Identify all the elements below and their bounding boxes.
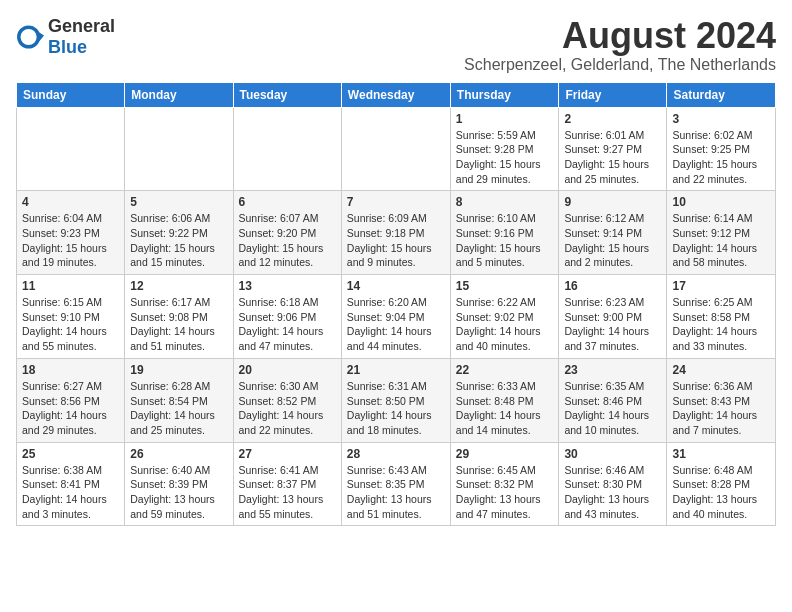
calendar-cell [233, 107, 341, 191]
day-number: 11 [22, 279, 119, 293]
day-info: Sunrise: 6:04 AMSunset: 9:23 PMDaylight:… [22, 211, 119, 270]
day-info: Sunrise: 6:40 AMSunset: 8:39 PMDaylight:… [130, 463, 227, 522]
day-info: Sunrise: 6:07 AMSunset: 9:20 PMDaylight:… [239, 211, 336, 270]
logo-icon [16, 23, 44, 51]
calendar-week-row: 4Sunrise: 6:04 AMSunset: 9:23 PMDaylight… [17, 191, 776, 275]
day-info: Sunrise: 6:02 AMSunset: 9:25 PMDaylight:… [672, 128, 770, 187]
day-number: 24 [672, 363, 770, 377]
day-number: 2 [564, 112, 661, 126]
day-info: Sunrise: 6:46 AMSunset: 8:30 PMDaylight:… [564, 463, 661, 522]
calendar-cell: 6Sunrise: 6:07 AMSunset: 9:20 PMDaylight… [233, 191, 341, 275]
calendar-day-header: Tuesday [233, 82, 341, 107]
calendar-day-header: Saturday [667, 82, 776, 107]
calendar-week-row: 11Sunrise: 6:15 AMSunset: 9:10 PMDayligh… [17, 275, 776, 359]
logo-blue: Blue [48, 37, 87, 57]
day-info: Sunrise: 6:45 AMSunset: 8:32 PMDaylight:… [456, 463, 554, 522]
day-number: 23 [564, 363, 661, 377]
day-number: 7 [347, 195, 445, 209]
calendar-cell [341, 107, 450, 191]
day-number: 26 [130, 447, 227, 461]
day-number: 16 [564, 279, 661, 293]
day-info: Sunrise: 5:59 AMSunset: 9:28 PMDaylight:… [456, 128, 554, 187]
day-info: Sunrise: 6:10 AMSunset: 9:16 PMDaylight:… [456, 211, 554, 270]
calendar-week-row: 18Sunrise: 6:27 AMSunset: 8:56 PMDayligh… [17, 358, 776, 442]
calendar-day-header: Monday [125, 82, 233, 107]
day-number: 19 [130, 363, 227, 377]
day-info: Sunrise: 6:28 AMSunset: 8:54 PMDaylight:… [130, 379, 227, 438]
day-number: 20 [239, 363, 336, 377]
calendar-cell: 8Sunrise: 6:10 AMSunset: 9:16 PMDaylight… [450, 191, 559, 275]
title-block: August 2024 Scherpenzeel, Gelderland, Th… [464, 16, 776, 74]
day-info: Sunrise: 6:17 AMSunset: 9:08 PMDaylight:… [130, 295, 227, 354]
calendar-cell: 9Sunrise: 6:12 AMSunset: 9:14 PMDaylight… [559, 191, 667, 275]
calendar-cell: 3Sunrise: 6:02 AMSunset: 9:25 PMDaylight… [667, 107, 776, 191]
calendar-cell: 27Sunrise: 6:41 AMSunset: 8:37 PMDayligh… [233, 442, 341, 526]
calendar-cell: 1Sunrise: 5:59 AMSunset: 9:28 PMDaylight… [450, 107, 559, 191]
day-info: Sunrise: 6:15 AMSunset: 9:10 PMDaylight:… [22, 295, 119, 354]
day-number: 10 [672, 195, 770, 209]
day-info: Sunrise: 6:31 AMSunset: 8:50 PMDaylight:… [347, 379, 445, 438]
day-number: 22 [456, 363, 554, 377]
calendar-cell [125, 107, 233, 191]
calendar-day-header: Friday [559, 82, 667, 107]
main-title: August 2024 [464, 16, 776, 56]
day-number: 9 [564, 195, 661, 209]
calendar-cell: 15Sunrise: 6:22 AMSunset: 9:02 PMDayligh… [450, 275, 559, 359]
calendar-cell: 18Sunrise: 6:27 AMSunset: 8:56 PMDayligh… [17, 358, 125, 442]
calendar-cell: 30Sunrise: 6:46 AMSunset: 8:30 PMDayligh… [559, 442, 667, 526]
calendar-cell: 21Sunrise: 6:31 AMSunset: 8:50 PMDayligh… [341, 358, 450, 442]
day-info: Sunrise: 6:09 AMSunset: 9:18 PMDaylight:… [347, 211, 445, 270]
calendar-cell: 4Sunrise: 6:04 AMSunset: 9:23 PMDaylight… [17, 191, 125, 275]
day-number: 18 [22, 363, 119, 377]
day-number: 6 [239, 195, 336, 209]
calendar-week-row: 1Sunrise: 5:59 AMSunset: 9:28 PMDaylight… [17, 107, 776, 191]
day-info: Sunrise: 6:38 AMSunset: 8:41 PMDaylight:… [22, 463, 119, 522]
day-info: Sunrise: 6:18 AMSunset: 9:06 PMDaylight:… [239, 295, 336, 354]
calendar-cell: 24Sunrise: 6:36 AMSunset: 8:43 PMDayligh… [667, 358, 776, 442]
calendar-cell: 2Sunrise: 6:01 AMSunset: 9:27 PMDaylight… [559, 107, 667, 191]
calendar-cell: 17Sunrise: 6:25 AMSunset: 8:58 PMDayligh… [667, 275, 776, 359]
day-number: 1 [456, 112, 554, 126]
day-number: 27 [239, 447, 336, 461]
calendar-cell: 26Sunrise: 6:40 AMSunset: 8:39 PMDayligh… [125, 442, 233, 526]
day-number: 5 [130, 195, 227, 209]
svg-point-0 [19, 27, 39, 47]
day-info: Sunrise: 6:01 AMSunset: 9:27 PMDaylight:… [564, 128, 661, 187]
calendar-day-header: Thursday [450, 82, 559, 107]
subtitle: Scherpenzeel, Gelderland, The Netherland… [464, 56, 776, 74]
calendar-cell [17, 107, 125, 191]
calendar-cell: 10Sunrise: 6:14 AMSunset: 9:12 PMDayligh… [667, 191, 776, 275]
calendar-cell: 14Sunrise: 6:20 AMSunset: 9:04 PMDayligh… [341, 275, 450, 359]
day-info: Sunrise: 6:35 AMSunset: 8:46 PMDaylight:… [564, 379, 661, 438]
calendar-cell: 16Sunrise: 6:23 AMSunset: 9:00 PMDayligh… [559, 275, 667, 359]
calendar-day-header: Sunday [17, 82, 125, 107]
logo-text: General Blue [48, 16, 115, 58]
day-info: Sunrise: 6:14 AMSunset: 9:12 PMDaylight:… [672, 211, 770, 270]
calendar-day-header: Wednesday [341, 82, 450, 107]
day-info: Sunrise: 6:33 AMSunset: 8:48 PMDaylight:… [456, 379, 554, 438]
day-info: Sunrise: 6:48 AMSunset: 8:28 PMDaylight:… [672, 463, 770, 522]
day-number: 17 [672, 279, 770, 293]
calendar-week-row: 25Sunrise: 6:38 AMSunset: 8:41 PMDayligh… [17, 442, 776, 526]
calendar-cell: 22Sunrise: 6:33 AMSunset: 8:48 PMDayligh… [450, 358, 559, 442]
day-info: Sunrise: 6:06 AMSunset: 9:22 PMDaylight:… [130, 211, 227, 270]
logo: General Blue [16, 16, 115, 58]
day-number: 8 [456, 195, 554, 209]
calendar-header-row: SundayMondayTuesdayWednesdayThursdayFrid… [17, 82, 776, 107]
day-number: 4 [22, 195, 119, 209]
calendar-cell: 31Sunrise: 6:48 AMSunset: 8:28 PMDayligh… [667, 442, 776, 526]
day-info: Sunrise: 6:23 AMSunset: 9:00 PMDaylight:… [564, 295, 661, 354]
day-info: Sunrise: 6:43 AMSunset: 8:35 PMDaylight:… [347, 463, 445, 522]
day-number: 21 [347, 363, 445, 377]
calendar-table: SundayMondayTuesdayWednesdayThursdayFrid… [16, 82, 776, 527]
page-header: General Blue August 2024 Scherpenzeel, G… [16, 16, 776, 74]
calendar-cell: 11Sunrise: 6:15 AMSunset: 9:10 PMDayligh… [17, 275, 125, 359]
calendar-cell: 12Sunrise: 6:17 AMSunset: 9:08 PMDayligh… [125, 275, 233, 359]
calendar-cell: 20Sunrise: 6:30 AMSunset: 8:52 PMDayligh… [233, 358, 341, 442]
day-number: 13 [239, 279, 336, 293]
day-number: 29 [456, 447, 554, 461]
calendar-cell: 19Sunrise: 6:28 AMSunset: 8:54 PMDayligh… [125, 358, 233, 442]
day-number: 30 [564, 447, 661, 461]
day-info: Sunrise: 6:25 AMSunset: 8:58 PMDaylight:… [672, 295, 770, 354]
calendar-cell: 28Sunrise: 6:43 AMSunset: 8:35 PMDayligh… [341, 442, 450, 526]
